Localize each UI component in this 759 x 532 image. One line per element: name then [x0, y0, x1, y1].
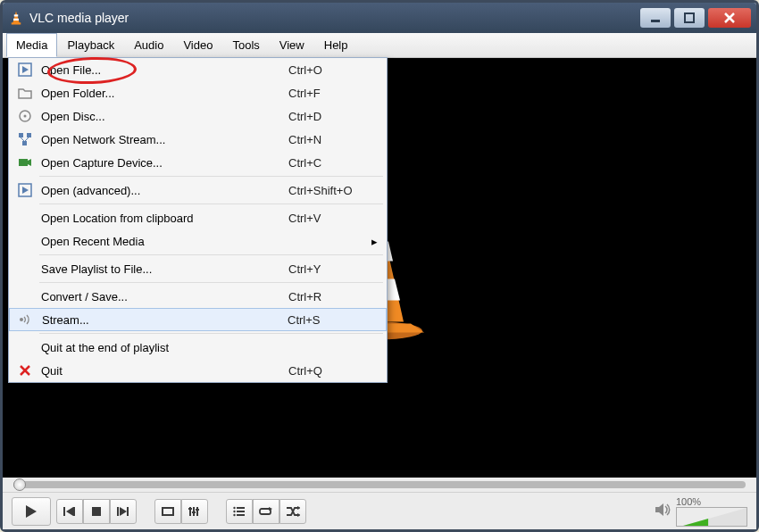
menu-open-capture[interactable]: Open Capture Device... Ctrl+C — [9, 151, 387, 174]
capture-icon — [13, 156, 38, 169]
menu-open-file[interactable]: Open File... Ctrl+O — [9, 58, 387, 81]
menu-save-playlist[interactable]: Save Playlist to File... Ctrl+Y — [9, 257, 387, 280]
seek-track[interactable] — [13, 481, 746, 488]
menu-item-shortcut: Ctrl+R — [288, 290, 378, 303]
svg-rect-43 — [27, 133, 31, 137]
menu-open-recent[interactable]: Open Recent Media ▸ — [9, 229, 387, 253]
menu-stream[interactable]: Stream... Ctrl+S — [9, 308, 387, 331]
svg-point-31 — [233, 506, 235, 508]
menu-item-label: Convert / Save... — [38, 290, 288, 303]
svg-rect-14 — [63, 507, 65, 516]
menu-item-shortcut: Ctrl+Q — [288, 364, 378, 378]
menu-video[interactable]: Video — [173, 33, 222, 57]
menu-item-label: Open File... — [38, 63, 288, 77]
svg-marker-39 — [22, 66, 29, 73]
menu-separator — [39, 333, 383, 334]
svg-rect-16 — [73, 507, 75, 516]
title-bar[interactable]: VLC media player — [3, 3, 756, 33]
svg-rect-24 — [196, 507, 198, 516]
play-button[interactable] — [12, 497, 51, 526]
svg-line-45 — [21, 137, 24, 141]
play-file-icon — [13, 183, 38, 197]
menu-open-network[interactable]: Open Network Stream... Ctrl+N — [9, 128, 387, 151]
shuffle-button[interactable] — [279, 499, 306, 524]
svg-rect-1 — [12, 22, 21, 24]
maximize-button[interactable] — [674, 8, 705, 28]
svg-rect-2 — [14, 14, 19, 16]
close-button[interactable] — [708, 8, 751, 28]
volume-area: 100% — [655, 496, 747, 527]
menu-item-shortcut: Ctrl+S — [288, 313, 377, 327]
menu-item-label: Open Location from clipboard — [38, 212, 288, 225]
vlc-cone-icon — [8, 10, 24, 26]
menu-quit[interactable]: Quit Ctrl+Q — [9, 359, 387, 382]
stream-icon — [13, 313, 38, 326]
menu-item-label: Quit at the end of playlist — [38, 341, 288, 354]
menu-bar: Media Playback Audio Video Tools View He… — [3, 33, 756, 58]
svg-rect-44 — [22, 141, 27, 145]
svg-rect-18 — [117, 507, 119, 516]
svg-rect-21 — [163, 508, 173, 515]
svg-rect-4 — [651, 20, 660, 22]
menu-open-folder[interactable]: Open Folder... Ctrl+F — [9, 81, 387, 104]
previous-button[interactable] — [56, 499, 83, 524]
network-icon — [13, 132, 38, 146]
volume-slider[interactable] — [676, 507, 747, 527]
play-file-icon — [13, 62, 38, 77]
svg-rect-47 — [19, 159, 28, 166]
menu-item-shortcut: Ctrl+Y — [288, 262, 378, 276]
menu-separator — [39, 282, 383, 283]
svg-marker-19 — [120, 507, 127, 516]
svg-marker-36 — [297, 513, 300, 517]
menu-item-label: Open Disc... — [38, 110, 288, 123]
submenu-arrow-icon: ▸ — [371, 235, 378, 248]
svg-rect-42 — [19, 133, 23, 137]
minimize-button[interactable] — [640, 8, 671, 28]
menu-media[interactable]: Media — [6, 33, 57, 57]
menu-separator — [39, 176, 383, 177]
fullscreen-button[interactable] — [154, 499, 181, 524]
menu-separator — [39, 254, 383, 255]
menu-open-advanced[interactable]: Open (advanced)... Ctrl+Shift+O — [9, 179, 387, 202]
menu-item-label: Open (advanced)... — [38, 184, 288, 197]
svg-point-33 — [233, 513, 235, 515]
menu-item-shortcut: Ctrl+O — [288, 63, 378, 77]
control-bar: 100% — [3, 492, 756, 529]
svg-line-46 — [25, 137, 29, 141]
menu-convert[interactable]: Convert / Save... Ctrl+R — [9, 285, 387, 308]
menu-audio[interactable]: Audio — [124, 33, 173, 57]
next-button[interactable] — [110, 499, 137, 524]
x-icon — [13, 364, 38, 377]
playlist-button[interactable] — [226, 499, 253, 524]
menu-tools[interactable]: Tools — [222, 33, 269, 57]
menu-item-label: Open Folder... — [38, 87, 288, 100]
seek-knob[interactable] — [13, 478, 26, 491]
svg-rect-20 — [127, 507, 129, 516]
menu-item-label: Save Playlist to File... — [38, 262, 288, 276]
menu-quit-end-playlist[interactable]: Quit at the end of playlist — [9, 336, 387, 359]
menu-open-clipboard[interactable]: Open Location from clipboard Ctrl+V — [9, 206, 387, 229]
window-controls — [640, 8, 751, 28]
volume-label: 100% — [676, 496, 747, 507]
media-menu-dropdown: Open File... Ctrl+O Open Folder... Ctrl+… — [8, 57, 388, 383]
svg-rect-5 — [685, 13, 694, 22]
svg-rect-3 — [13, 19, 19, 21]
svg-marker-48 — [28, 159, 31, 166]
svg-marker-37 — [655, 503, 663, 516]
menu-playback[interactable]: Playback — [57, 33, 124, 57]
svg-point-51 — [20, 318, 23, 321]
menu-item-label: Stream... — [38, 313, 288, 327]
speaker-icon[interactable] — [655, 503, 671, 520]
window-title: VLC media player — [29, 11, 640, 25]
svg-point-32 — [233, 510, 235, 511]
extended-settings-button[interactable] — [181, 499, 208, 524]
loop-button[interactable] — [253, 499, 279, 524]
menu-open-disc[interactable]: Open Disc... Ctrl+D — [9, 104, 387, 128]
stop-button[interactable] — [83, 499, 110, 524]
menu-view[interactable]: View — [270, 33, 314, 57]
menu-help[interactable]: Help — [314, 33, 358, 57]
menu-item-shortcut: Ctrl+F — [288, 87, 378, 100]
svg-rect-27 — [196, 509, 199, 511]
svg-marker-0 — [13, 12, 20, 24]
seek-bar[interactable] — [3, 478, 756, 492]
